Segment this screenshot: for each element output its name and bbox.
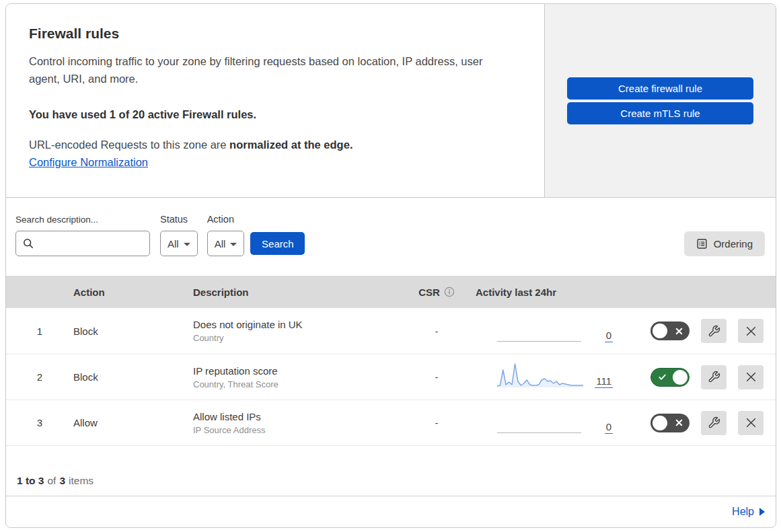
- items-range: 1 to 3: [17, 475, 44, 486]
- items-total: 3: [59, 475, 65, 486]
- configure-normalization-link[interactable]: Configure Normalization: [29, 156, 148, 168]
- table-header: Action Description CSR Activity last 24h…: [6, 276, 776, 308]
- search-icon: [23, 238, 34, 249]
- rule-action: Block: [73, 326, 188, 337]
- delete-rule-button[interactable]: [738, 365, 764, 389]
- table-row: 3 Allow Allow listed IPs IP Source Addre…: [6, 400, 776, 445]
- toggle-knob: [653, 324, 667, 338]
- wrench-icon: [708, 325, 720, 338]
- rule-enabled-toggle[interactable]: [650, 414, 690, 432]
- table-row: 2 Block IP reputation score Country, Thr…: [6, 354, 776, 400]
- status-dropdown-value: All: [168, 238, 179, 250]
- close-icon: [745, 326, 757, 337]
- normalization-bold: normalized at the edge.: [229, 139, 352, 151]
- wrench-icon: [708, 416, 720, 429]
- help-link[interactable]: Help: [732, 506, 765, 518]
- table-body: 1 Block Does not originate in UK Country…: [6, 308, 776, 446]
- filter-bar: Search description... Status All Action …: [6, 198, 776, 276]
- chevron-down-icon: [184, 243, 190, 246]
- action-dropdown[interactable]: All: [207, 231, 245, 256]
- help-link-label: Help: [732, 506, 754, 518]
- create-firewall-rule-button[interactable]: Create firewall rule: [567, 77, 753, 100]
- rule-action: Block: [73, 371, 188, 383]
- column-activity: Activity last 24hr: [470, 287, 632, 298]
- edit-rule-button[interactable]: [701, 411, 727, 435]
- delete-rule-button[interactable]: [738, 319, 764, 343]
- ordering-list-icon: [696, 238, 708, 250]
- action-dropdown-value: All: [215, 238, 226, 250]
- search-button[interactable]: Search: [250, 232, 305, 255]
- search-input-box[interactable]: [15, 231, 150, 256]
- search-input[interactable]: [38, 231, 172, 256]
- help-bar: Help: [6, 496, 776, 527]
- header-text-block: Firewall rules Control incoming traffic …: [6, 4, 545, 197]
- edit-rule-button[interactable]: [701, 365, 727, 389]
- rule-csr-value: -: [403, 371, 470, 383]
- status-filter-group: Status All: [160, 214, 198, 256]
- close-icon: [745, 371, 757, 383]
- rule-priority: 1: [6, 326, 73, 337]
- page-description: Control incoming traffic to your zone by…: [29, 52, 512, 88]
- activity-sparkline: [497, 361, 583, 388]
- table-row: 1 Block Does not originate in UK Country…: [6, 308, 776, 354]
- edit-rule-button[interactable]: [701, 319, 727, 343]
- close-icon: [745, 417, 757, 428]
- column-csr: CSR: [418, 287, 440, 298]
- activity-count-link[interactable]: 111: [595, 376, 613, 388]
- wrench-icon: [708, 371, 720, 383]
- rule-fields: Country: [193, 333, 403, 343]
- activity-count-link[interactable]: 0: [605, 422, 613, 434]
- rule-priority: 3: [6, 417, 73, 428]
- usage-summary: You have used 1 of 20 active Firewall ru…: [29, 108, 512, 121]
- activity-count-link[interactable]: 0: [605, 330, 613, 342]
- actions-panel: Create firewall rule Create mTLS rule: [545, 4, 776, 197]
- arrow-right-icon: [759, 508, 765, 516]
- rule-fields: IP Source Address: [193, 425, 403, 435]
- pagination-summary: 1 to 3 of 3 items: [6, 446, 776, 496]
- check-icon: [657, 372, 667, 383]
- normalization-note: URL-encoded Requests to this zone are no…: [29, 139, 512, 151]
- action-filter-group: Action All: [207, 214, 245, 256]
- firewall-rules-panel: Firewall rules Control incoming traffic …: [5, 3, 776, 528]
- normalization-text: URL-encoded Requests to this zone are: [29, 139, 229, 151]
- ordering-button[interactable]: Ordering: [684, 231, 765, 256]
- page-title: Firewall rules: [29, 26, 512, 42]
- toggle-knob: [653, 416, 667, 430]
- chevron-down-icon: [230, 243, 237, 246]
- toggle-knob: [673, 370, 687, 385]
- column-action: Action: [73, 287, 188, 298]
- status-label: Status: [160, 214, 198, 225]
- rule-description: IP reputation score: [193, 365, 403, 377]
- activity-sparkline: [497, 315, 583, 342]
- items-of: of: [47, 475, 56, 487]
- rule-csr-value: -: [403, 417, 470, 428]
- rule-priority: 2: [6, 371, 73, 383]
- delete-rule-button[interactable]: [738, 411, 764, 435]
- items-word: items: [69, 475, 94, 487]
- search-label: Search description...: [15, 215, 150, 225]
- status-dropdown[interactable]: All: [160, 231, 198, 256]
- info-icon[interactable]: [444, 287, 455, 297]
- flat-sparkline: [497, 432, 581, 433]
- create-mtls-rule-button[interactable]: Create mTLS rule: [567, 102, 753, 124]
- x-icon: [673, 326, 684, 336]
- rule-enabled-toggle[interactable]: [650, 368, 690, 387]
- rule-description: Does not originate in UK: [193, 319, 403, 330]
- x-icon: [673, 418, 684, 428]
- rule-description: Allow listed IPs: [193, 411, 403, 422]
- flat-sparkline: [497, 341, 581, 342]
- column-description: Description: [188, 287, 403, 298]
- rule-csr-value: -: [403, 326, 470, 337]
- action-label: Action: [207, 214, 245, 225]
- header-section: Firewall rules Control incoming traffic …: [6, 4, 776, 198]
- ordering-button-label: Ordering: [714, 238, 753, 250]
- rule-fields: Country, Threat Score: [193, 379, 403, 389]
- activity-sparkline: [497, 407, 583, 434]
- search-group: Search description...: [15, 215, 150, 256]
- rule-action: Allow: [73, 417, 188, 428]
- rule-enabled-toggle[interactable]: [650, 321, 690, 340]
